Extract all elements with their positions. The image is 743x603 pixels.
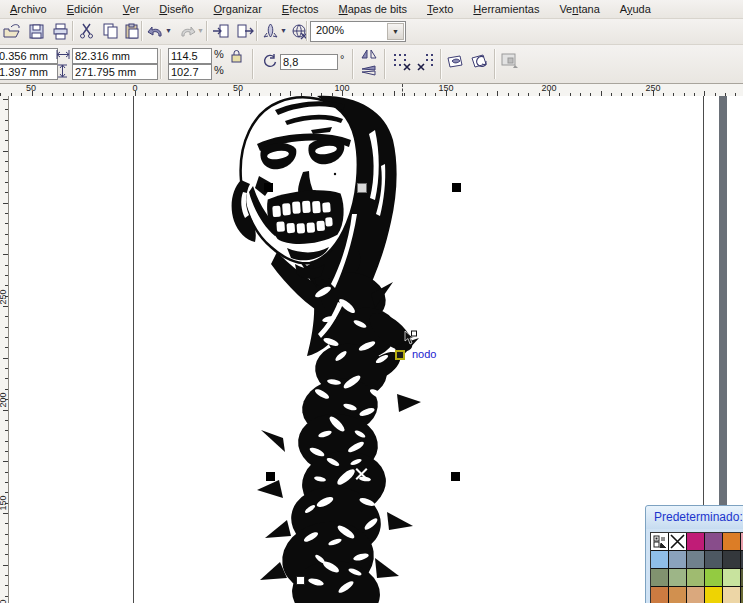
- select-nodes-marquee-icon[interactable]: [392, 52, 412, 72]
- ruler-tick: [5, 420, 8, 421]
- export-button[interactable]: [234, 20, 256, 42]
- color-swatch[interactable]: [723, 569, 740, 586]
- ruler-tick: [5, 213, 8, 214]
- color-swatch[interactable]: [687, 533, 704, 550]
- palette-title[interactable]: Predeterminado: P: [646, 506, 743, 529]
- selection-handle[interactable]: [264, 183, 273, 192]
- menu-ver[interactable]: Ver: [113, 1, 150, 18]
- vertical-ruler[interactable]: 250200150100: [0, 96, 9, 603]
- ruler-tick: [5, 265, 8, 266]
- menu-texto[interactable]: Texto: [417, 1, 463, 18]
- palette-grid: [651, 533, 743, 603]
- color-swatch[interactable]: [723, 551, 740, 568]
- zoom-level-value: 200%: [316, 24, 344, 36]
- object-height-field[interactable]: 271.795 mm: [72, 64, 158, 80]
- color-swatch[interactable]: [705, 533, 722, 550]
- selection-handle[interactable]: [266, 472, 275, 481]
- ruler-tick: [5, 285, 8, 286]
- ruler-tick: [5, 171, 8, 172]
- color-swatch[interactable]: [651, 551, 668, 568]
- ruler-tick: [5, 378, 8, 379]
- color-swatch[interactable]: [687, 569, 704, 586]
- color-swatch[interactable]: [705, 569, 722, 586]
- percent-label-h: %: [214, 48, 224, 60]
- undo-button[interactable]: [145, 20, 165, 42]
- print-button[interactable]: [49, 20, 71, 42]
- ruler-tick: [3, 151, 8, 152]
- selection-handle[interactable]: [357, 183, 367, 193]
- color-swatch[interactable]: [669, 587, 686, 603]
- ruler-tick: [5, 585, 8, 586]
- color-swatch[interactable]: [651, 569, 668, 586]
- mirror-vertical-icon[interactable]: [360, 64, 378, 77]
- zoom-level-combobox[interactable]: 200% ▼: [310, 21, 406, 42]
- ruler-tick: [5, 347, 8, 348]
- selection-center-mark[interactable]: [355, 468, 368, 481]
- color-swatch[interactable]: [705, 551, 722, 568]
- selection-handle[interactable]: [451, 472, 460, 481]
- separator: [72, 21, 74, 41]
- ruler-tick: [5, 182, 8, 183]
- ruler-tick: [5, 492, 8, 493]
- menu-organizar[interactable]: Organizar: [204, 1, 272, 18]
- color-swatch[interactable]: [723, 533, 740, 550]
- copy-button[interactable]: [99, 20, 121, 42]
- scale-vertical-field[interactable]: 102.7: [168, 64, 212, 80]
- menu-ventana[interactable]: Ventana: [549, 1, 609, 18]
- convert-outline-icon[interactable]: [470, 52, 490, 70]
- object-width-field[interactable]: 82.316 mm: [72, 48, 158, 64]
- cut-button[interactable]: [76, 20, 98, 42]
- paste-button[interactable]: [121, 20, 143, 42]
- deselect-nodes-icon[interactable]: [416, 52, 436, 72]
- menu-mapas-de-bits[interactable]: Mapas de bits: [329, 1, 418, 18]
- ruler-label: 150: [438, 83, 453, 93]
- treat-as-filled-icon[interactable]: [446, 52, 466, 70]
- curve-node-highlighted[interactable]: [395, 350, 405, 360]
- menu-archivo[interactable]: Archivo: [0, 1, 57, 18]
- lock-ratio-icon[interactable]: [230, 49, 243, 63]
- undo-dropdown-arrow[interactable]: ▼: [165, 27, 172, 34]
- object-x-position-field[interactable]: 0.356 mm: [0, 48, 58, 64]
- ruler-tick: [3, 410, 8, 411]
- color-swatch[interactable]: [723, 587, 740, 603]
- menu-herramientas[interactable]: Herramientas: [463, 1, 549, 18]
- object-width-icon: [56, 49, 70, 60]
- degree-label: °: [340, 53, 344, 65]
- rotation-angle-field[interactable]: 8,8: [280, 54, 338, 70]
- save-button[interactable]: [25, 20, 47, 42]
- color-swatch[interactable]: [705, 587, 722, 603]
- color-swatch[interactable]: [669, 551, 686, 568]
- node-tooltip: nodo: [412, 348, 436, 360]
- color-swatch[interactable]: [687, 587, 704, 603]
- ruler-tick: [5, 534, 8, 535]
- ruler-tick: [5, 451, 8, 452]
- launcher-dropdown-arrow[interactable]: ▼: [280, 27, 287, 34]
- application-launcher-button[interactable]: [260, 20, 280, 42]
- no-color-swatch[interactable]: [669, 533, 686, 550]
- color-swatch[interactable]: [651, 587, 668, 603]
- curve-node[interactable]: [296, 576, 305, 585]
- redo-button[interactable]: [177, 20, 197, 42]
- object-y-position-field[interactable]: 1.397 mm: [0, 64, 58, 80]
- rotation-icon: [262, 53, 277, 68]
- menu-efectos[interactable]: Efectos: [272, 1, 329, 18]
- menu-diseño[interactable]: Diseño: [149, 1, 203, 18]
- ruler-tick: [5, 441, 8, 442]
- zombie-artwork[interactable]: [225, 94, 475, 603]
- drawing-canvas[interactable]: nodo: [9, 96, 743, 603]
- mirror-horizontal-icon[interactable]: [360, 48, 378, 61]
- zoom-dropdown-arrow[interactable]: ▼: [387, 23, 404, 40]
- open-button[interactable]: [1, 20, 23, 42]
- separator: [252, 49, 254, 79]
- ruler-tick: [3, 306, 8, 307]
- separator: [306, 21, 308, 41]
- palette-options-icon[interactable]: [651, 533, 668, 550]
- menu-edición[interactable]: Edición: [57, 1, 113, 18]
- color-swatch[interactable]: [687, 551, 704, 568]
- import-button[interactable]: [210, 20, 232, 42]
- scale-horizontal-field[interactable]: 114.5: [168, 48, 212, 64]
- ruler-tick: [5, 482, 8, 483]
- menu-ayuda[interactable]: Ayuda: [610, 1, 661, 18]
- color-swatch[interactable]: [669, 569, 686, 586]
- selection-handle[interactable]: [452, 183, 461, 192]
